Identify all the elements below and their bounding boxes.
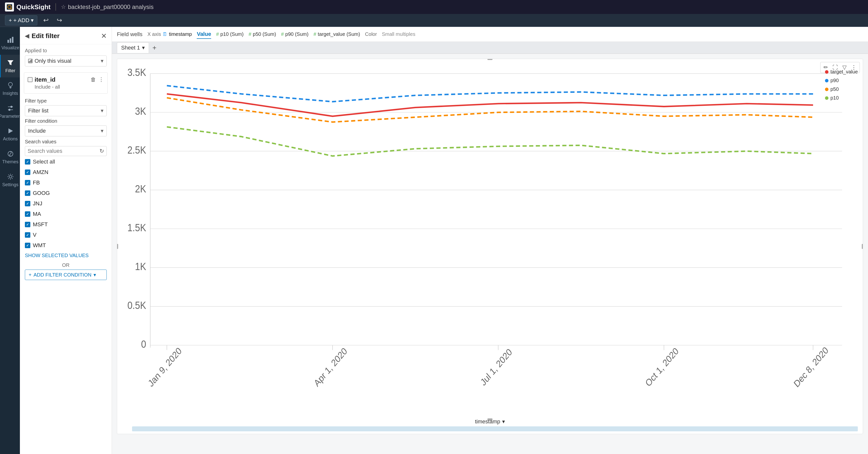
legend-item-p10: p10	[825, 95, 858, 101]
filter-condition-dropdown[interactable]: Include ▾	[25, 125, 107, 136]
value-checkbox[interactable]	[25, 243, 30, 248]
app-name: QuickSight	[17, 3, 51, 11]
value-checkbox[interactable]	[25, 201, 30, 206]
calendar-icon: 🗓	[162, 31, 167, 37]
analysis-name: backtest-job_part00000 analysis	[68, 3, 153, 10]
refresh-values-button[interactable]: ↻	[99, 148, 104, 154]
filter-item-name: item_id	[35, 76, 89, 83]
values-list: AMZN FB GOOG JNJ MA MSFT V WMT	[20, 168, 112, 250]
resize-handle-top[interactable]	[488, 59, 492, 60]
value-label: JNJ	[33, 200, 42, 207]
list-item: MA	[25, 209, 107, 219]
svg-text:Jul 1, 2020: Jul 1, 2020	[478, 346, 514, 388]
sheet-1-tab[interactable]: Sheet 1 ▾	[117, 42, 149, 53]
p50-dot	[825, 88, 829, 91]
target-hash-icon: #	[313, 31, 316, 37]
svg-rect-8	[9, 87, 11, 88]
sidebar-item-actions[interactable]: Actions	[0, 123, 20, 146]
divider	[56, 3, 56, 11]
resize-handle-bottom[interactable]	[488, 418, 492, 420]
p90-series-pill[interactable]: # p90 (Sum)	[281, 31, 309, 37]
value-checkbox[interactable]	[25, 170, 30, 175]
filter-type-value: Filter list	[28, 108, 49, 114]
svg-text:2.5K: 2.5K	[127, 144, 146, 155]
applied-to-chevron-icon: ▾	[101, 58, 103, 64]
search-values-label: Search values	[25, 139, 107, 145]
sidebar-item-insights[interactable]: Insights	[0, 77, 20, 100]
insights-icon	[6, 81, 14, 89]
legend-item-target-value: target_value	[825, 69, 858, 75]
p50-series-pill[interactable]: # p50 (Sum)	[248, 31, 276, 37]
applied-to-label: Applied to	[25, 48, 107, 54]
value-checkbox[interactable]	[25, 232, 30, 238]
back-arrow-icon[interactable]: ◀	[25, 33, 29, 39]
sidebar-item-settings[interactable]: Settings	[0, 169, 20, 192]
value-checkbox[interactable]	[25, 180, 30, 186]
value-tab[interactable]: Value	[197, 30, 211, 39]
add-chevron-icon: ▾	[31, 17, 34, 24]
svg-marker-14	[8, 129, 13, 134]
filter-item-actions: 🗑 ⋮	[91, 77, 104, 83]
filter-type-dropdown[interactable]: Filter list ▾	[25, 105, 107, 116]
value-label: V	[33, 232, 37, 238]
list-item: AMZN	[25, 168, 107, 177]
show-selected-values-link[interactable]: SHOW SELECTED VALUES	[20, 250, 112, 261]
undo-button[interactable]: ↩	[41, 16, 51, 25]
svg-text:Dec 8, 2020: Dec 8, 2020	[792, 345, 830, 389]
chart-scrollbar[interactable]	[132, 426, 858, 431]
field-wells-label: Field wells	[117, 31, 143, 37]
actions-icon	[6, 127, 14, 135]
parameters-label: Parameters	[0, 114, 22, 119]
x-axis-chevron-icon[interactable]: ▾	[502, 418, 505, 425]
svg-text:Oct 1, 2020: Oct 1, 2020	[643, 345, 680, 389]
applied-to-value: Only this visual	[35, 58, 71, 64]
quicksight-logo-icon	[5, 2, 14, 11]
visualize-label: Visualize	[1, 45, 20, 51]
resize-handle-right[interactable]	[862, 244, 863, 249]
p10-dot	[825, 96, 829, 100]
value-checkbox[interactable]	[25, 211, 30, 217]
app-logo: QuickSight	[5, 2, 51, 11]
x-axis-value[interactable]: timestamp	[169, 31, 192, 37]
sidebar-item-themes[interactable]: Themes	[0, 146, 20, 169]
toolbar-bar: + + ADD ▾ ↩ ↪	[0, 14, 868, 27]
sidebar-item-filter[interactable]: Filter	[0, 55, 20, 78]
sidebar-item-visualize[interactable]: Visualize	[0, 32, 20, 55]
resize-handle-left[interactable]	[117, 244, 118, 249]
add-filter-condition-button[interactable]: + ADD FILTER CONDITION ▾	[25, 269, 107, 280]
close-filter-button[interactable]: ✕	[101, 32, 107, 40]
legend-item-p90: p90	[825, 78, 858, 83]
chart-area: ✏ ⛶ ▽ ⋮ 3.5K	[112, 54, 868, 454]
sheet-tab-bar: Sheet 1 ▾ +	[112, 42, 868, 54]
select-all-checkbox[interactable]	[25, 159, 30, 165]
add-filter-icon: +	[29, 272, 32, 278]
value-checkbox[interactable]	[25, 222, 30, 227]
sidebar-item-parameters[interactable]: Parameters	[0, 100, 20, 123]
filter-type-section: Filter type Filter list ▾	[20, 96, 112, 116]
target-value-dot	[825, 70, 829, 74]
svg-text:3K: 3K	[135, 105, 146, 117]
p10-series-pill[interactable]: # p10 (Sum)	[216, 31, 244, 37]
legend-target-value-label: target_value	[831, 69, 858, 75]
target-value-series-pill[interactable]: # target_value (Sum)	[313, 31, 360, 37]
svg-text:0: 0	[141, 338, 146, 350]
p90-hash-icon: #	[281, 31, 284, 37]
themes-label: Themes	[2, 159, 19, 165]
add-button[interactable]: + + ADD ▾	[5, 16, 37, 25]
filter-condition-value: Include	[28, 128, 46, 134]
select-all-label: Select all	[33, 159, 55, 165]
sheet-tab-chevron-icon[interactable]: ▾	[142, 45, 145, 51]
search-values-input[interactable]	[28, 148, 97, 154]
add-sheet-button[interactable]: +	[151, 43, 158, 53]
select-all-row: Select all	[20, 156, 112, 168]
more-options-button[interactable]: ⋮	[98, 77, 104, 83]
star-icon[interactable]: ☆	[61, 4, 66, 10]
list-item: V	[25, 230, 107, 240]
delete-filter-button[interactable]: 🗑	[91, 77, 96, 83]
svg-text:2K: 2K	[135, 183, 146, 194]
p90-label: p90 (Sum)	[285, 31, 308, 37]
value-checkbox[interactable]	[25, 191, 30, 196]
redo-button[interactable]: ↪	[55, 16, 64, 25]
applied-to-dropdown[interactable]: Only this visual ▾	[25, 56, 107, 66]
svg-text:3.5K: 3.5K	[127, 66, 146, 78]
